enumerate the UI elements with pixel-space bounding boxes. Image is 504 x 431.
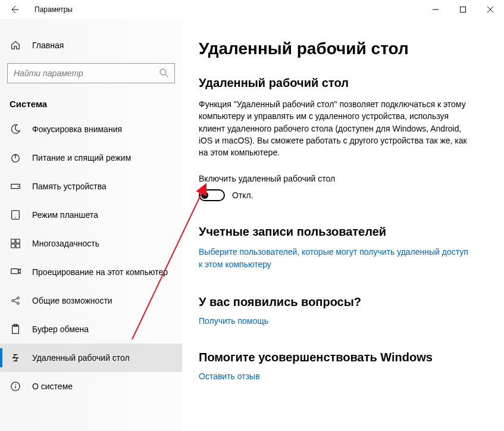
sidebar: Главная Система Фокусировка внимания: [0, 19, 182, 431]
search-input[interactable]: [14, 68, 159, 78]
sidebar-item-label: Проецирование на этот компьютер: [32, 267, 168, 277]
svg-point-4: [18, 186, 19, 187]
minimize-icon: [433, 7, 439, 13]
power-icon: [10, 152, 21, 164]
svg-rect-10: [16, 244, 20, 248]
select-users-link[interactable]: Выберите пользователей, которые могут по…: [199, 246, 472, 270]
sidebar-item-storage[interactable]: Память устройства: [0, 172, 182, 201]
sidebar-item-label: Многозадачность: [32, 239, 99, 248]
svg-point-18: [15, 384, 15, 385]
search-box[interactable]: [7, 63, 175, 83]
maximize-button[interactable]: [449, 0, 477, 19]
minimize-button[interactable]: [422, 0, 449, 19]
feedback-section-title: Помогите усовершенствовать Windows: [199, 351, 487, 364]
sidebar-item-multitasking[interactable]: Многозадачность: [0, 229, 182, 258]
sidebar-item-power-sleep[interactable]: Питание и спящий режим: [0, 143, 182, 172]
tablet-icon: [10, 209, 21, 221]
close-icon: [487, 7, 493, 13]
svg-rect-0: [461, 7, 466, 13]
sidebar-item-label: Буфер обмена: [32, 324, 89, 334]
svg-point-1: [160, 69, 166, 75]
svg-point-13: [17, 297, 20, 299]
toggle-state-text: Откл.: [232, 190, 253, 200]
share-icon: [10, 295, 21, 307]
sidebar-item-shared-experiences[interactable]: Общие возможности: [0, 286, 182, 315]
project-icon: [10, 266, 21, 278]
svg-point-6: [15, 217, 15, 218]
svg-rect-7: [11, 239, 15, 243]
remote-desktop-icon: [10, 352, 21, 364]
sidebar-item-label: Питание и спящий режим: [32, 153, 131, 163]
sidebar-item-remote-desktop[interactable]: Удаленный рабочий стол: [0, 343, 182, 372]
help-section-title: У вас появились вопросы?: [199, 295, 487, 309]
accounts-section-title: Учетные записи пользователей: [199, 225, 487, 239]
sidebar-item-label: Режим планшета: [32, 210, 98, 220]
section-subtitle: Удаленный рабочий стол: [199, 76, 487, 90]
sidebar-item-clipboard[interactable]: Буфер обмена: [0, 315, 182, 343]
content-pane: Удаленный рабочий стол Удаленный рабочий…: [182, 19, 504, 431]
sidebar-item-label: Память устройства: [32, 182, 107, 191]
info-icon: [10, 380, 21, 392]
svg-rect-9: [11, 244, 15, 248]
toggle-knob: [201, 192, 208, 199]
toggle-label: Включить удаленный рабочий стол: [199, 174, 487, 183]
sidebar-item-label: Общие возможности: [32, 296, 112, 305]
sidebar-item-label: Удаленный рабочий стол: [32, 353, 130, 363]
search-icon: [159, 68, 168, 79]
svg-rect-11: [11, 269, 18, 274]
sidebar-item-tablet-mode[interactable]: Режим планшета: [0, 201, 182, 229]
feedback-link[interactable]: Оставить отзыв: [199, 371, 260, 381]
back-button[interactable]: [5, 0, 24, 19]
get-help-link[interactable]: Получить помощь: [199, 316, 268, 326]
arrow-left-icon: [10, 5, 19, 14]
sidebar-item-label: Фокусировка внимания: [32, 124, 122, 134]
sidebar-item-about[interactable]: О системе: [0, 372, 182, 401]
section-description: Функция "Удаленный рабочий стол" позволя…: [199, 98, 472, 158]
titlebar: Параметры: [0, 0, 504, 19]
page-title: Удаленный рабочий стол: [199, 39, 487, 58]
maximize-icon: [460, 7, 466, 13]
clipboard-icon: [10, 323, 21, 335]
window-title: Параметры: [35, 5, 73, 14]
svg-point-12: [12, 299, 14, 302]
svg-point-14: [17, 302, 20, 305]
sidebar-item-label: О системе: [32, 382, 73, 391]
sidebar-section-header: Система: [0, 86, 182, 115]
home-icon: [10, 39, 21, 51]
moon-icon: [10, 123, 21, 135]
sidebar-item-focus-assist[interactable]: Фокусировка внимания: [0, 115, 182, 143]
sidebar-home[interactable]: Главная: [0, 33, 182, 57]
close-button[interactable]: [477, 0, 504, 19]
storage-icon: [10, 180, 21, 192]
sidebar-home-label: Главная: [32, 40, 64, 50]
multitask-icon: [10, 238, 21, 249]
svg-rect-8: [16, 239, 20, 243]
sidebar-item-projecting[interactable]: Проецирование на этот компьютер: [0, 258, 182, 286]
remote-desktop-toggle[interactable]: [199, 189, 225, 201]
